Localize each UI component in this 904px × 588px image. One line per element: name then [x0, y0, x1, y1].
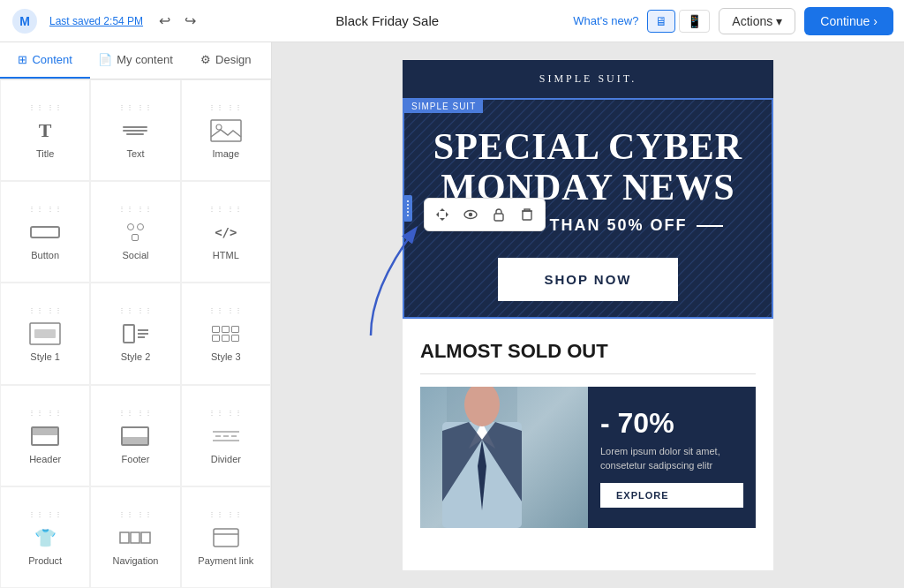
toolbar-lock-button[interactable] — [486, 202, 511, 227]
sold-out-section: ALMOST SOLD OUT — [403, 319, 773, 537]
grid-item-button[interactable]: ⋮⋮ ⋮⋮ Button — [0, 181, 90, 283]
footer-drag-dots: ⋮⋮ ⋮⋮ — [118, 409, 153, 417]
topbar-right-actions: What's new? 🖥 📱 Actions ▾ Continue › — [573, 7, 893, 35]
title-drag-dots: ⋮⋮ ⋮⋮ — [28, 103, 63, 111]
svg-rect-13 — [494, 214, 503, 221]
svg-rect-5 — [34, 329, 56, 338]
product-grid: - 70% Lorem ipsum dolor sit amet, conset… — [420, 387, 756, 528]
style1-icon — [27, 320, 63, 348]
social-drag-dots: ⋮⋮ ⋮⋮ — [118, 205, 153, 213]
email-brand-bar: SIMPLE SUIT. — [403, 60, 773, 98]
grid-item-social[interactable]: ⋮⋮ ⋮⋮ Social — [90, 181, 180, 283]
navigation-icon — [117, 524, 153, 552]
product-icon: 👕 — [27, 524, 63, 552]
toolbar-delete-button[interactable] — [515, 202, 539, 227]
header-drag-dots: ⋮⋮ ⋮⋮ — [28, 409, 63, 417]
undo-button[interactable]: ↩ — [154, 9, 176, 33]
style3-drag-dots: ⋮⋮ ⋮⋮ — [208, 306, 243, 314]
social-icon — [117, 218, 153, 246]
style1-drag-dots: ⋮⋮ ⋮⋮ — [28, 306, 63, 314]
left-panel: ⊞ Content 📄 My content ⚙ Design ⋮⋮ ⋮⋮ T … — [0, 42, 272, 588]
grid-item-header[interactable]: ⋮⋮ ⋮⋮ Header — [0, 385, 90, 486]
design-tab-icon: ⚙ — [200, 53, 211, 66]
shop-now-button[interactable]: SHOP NOW — [498, 258, 677, 301]
style2-label: Style 2 — [121, 351, 151, 362]
button-drag-dots: ⋮⋮ ⋮⋮ — [28, 205, 63, 213]
text-drag-dots: ⋮⋮ ⋮⋮ — [118, 103, 153, 111]
mobile-view-button[interactable]: 📱 — [679, 10, 710, 33]
product-desc-line2: consetetur sadipscing elitr — [600, 459, 743, 472]
main-layout: ⊞ Content 📄 My content ⚙ Design ⋮⋮ ⋮⋮ T … — [0, 42, 904, 588]
grid-item-text[interactable]: ⋮⋮ ⋮⋮ Text — [90, 79, 180, 181]
footer-icon — [117, 422, 153, 450]
style1-label: Style 1 — [30, 351, 60, 362]
grid-item-divider[interactable]: ⋮⋮ ⋮⋮ Divider — [181, 385, 271, 486]
style3-icon — [208, 320, 244, 348]
svg-rect-8 — [141, 532, 150, 543]
grid-item-image[interactable]: ⋮⋮ ⋮⋮ Image — [181, 79, 271, 181]
button-label: Button — [31, 250, 59, 260]
title-label: Title — [36, 148, 54, 159]
document-title: Black Friday Sale — [212, 13, 562, 28]
image-label: Image — [213, 148, 240, 159]
grid-item-style1[interactable]: ⋮⋮ ⋮⋮ Style 1 — [0, 283, 90, 384]
payment-link-label: Payment link — [198, 555, 253, 566]
desktop-view-button[interactable]: 🖥 — [647, 10, 675, 33]
grid-item-title[interactable]: ⋮⋮ ⋮⋮ T Title — [0, 79, 90, 181]
svg-rect-14 — [523, 211, 531, 220]
view-toggle-group: 🖥 📱 — [647, 10, 710, 33]
image-drag-dots: ⋮⋮ ⋮⋮ — [208, 103, 243, 111]
grid-item-footer[interactable]: ⋮⋮ ⋮⋮ Footer — [90, 385, 180, 486]
my-content-tab-label: My content — [117, 53, 173, 66]
whats-new-link[interactable]: What's new? — [573, 14, 638, 27]
tab-my-content[interactable]: 📄 My content — [90, 42, 180, 79]
content-tab-label: Content — [32, 53, 72, 66]
svg-rect-7 — [131, 532, 139, 543]
explore-button[interactable]: EXPLORE — [600, 483, 743, 508]
undo-redo-group: ↩ ↪ — [154, 9, 201, 33]
brand-name-text: SIMPLE SUIT. — [539, 72, 637, 85]
continue-button[interactable]: Continue › — [804, 7, 893, 35]
payment-link-drag-dots: ⋮⋮ ⋮⋮ — [208, 510, 243, 518]
html-drag-dots: ⋮⋮ ⋮⋮ — [208, 205, 243, 213]
grid-item-html[interactable]: ⋮⋮ ⋮⋮ </> HTML — [181, 181, 271, 283]
social-label: Social — [123, 250, 149, 260]
my-content-tab-icon: 📄 — [98, 53, 112, 66]
redo-button[interactable]: ↪ — [179, 9, 201, 33]
left-tabs: ⊞ Content 📄 My content ⚙ Design — [0, 42, 271, 79]
style2-icon — [117, 320, 153, 348]
navigation-drag-dots: ⋮⋮ ⋮⋮ — [118, 510, 153, 518]
product-desc-line1: Lorem ipsum dolor sit amet, — [600, 445, 743, 458]
tab-design[interactable]: ⚙ Design — [181, 42, 271, 79]
actions-button[interactable]: Actions ▾ — [719, 8, 795, 34]
content-grid: ⋮⋮ ⋮⋮ T Title ⋮⋮ ⋮⋮ Text — [0, 79, 271, 588]
header-icon — [27, 422, 63, 450]
header-label: Header — [29, 454, 61, 464]
design-tab-label: Design — [215, 53, 251, 66]
divider-drag-dots: ⋮⋮ ⋮⋮ — [208, 409, 243, 417]
toolbar-move-button[interactable] — [430, 202, 455, 227]
tab-content[interactable]: ⊞ Content — [0, 42, 90, 79]
html-icon: </> — [208, 218, 244, 246]
button-icon — [27, 218, 63, 246]
sold-out-divider — [420, 373, 756, 374]
text-icon — [117, 117, 153, 145]
grid-item-style2[interactable]: ⋮⋮ ⋮⋮ Style 2 — [90, 283, 180, 384]
title-icon: T — [27, 117, 63, 145]
footer-label: Footer — [122, 454, 150, 464]
email-canvas: SIMPLE SUIT. SIMPLE SUIT — [403, 60, 773, 570]
grid-item-product[interactable]: ⋮⋮ ⋮⋮ 👕 Product — [0, 486, 90, 588]
style3-label: Style 3 — [211, 351, 241, 362]
floating-toolbar — [424, 198, 546, 231]
svg-rect-2 — [211, 120, 241, 141]
continue-label: Continue — [820, 14, 870, 28]
svg-point-12 — [469, 213, 472, 216]
grid-item-payment-link[interactable]: ⋮⋮ ⋮⋮ Payment link — [181, 486, 271, 588]
last-saved-link[interactable]: Last saved 2:54 PM — [49, 15, 143, 27]
actions-label: Actions — [732, 14, 772, 28]
grid-item-navigation[interactable]: ⋮⋮ ⋮⋮ Navigation — [90, 486, 180, 588]
discount-value: - 70% — [600, 407, 674, 439]
hero-sub-line-right — [697, 225, 723, 227]
grid-item-style3[interactable]: ⋮⋮ ⋮⋮ Style 3 — [181, 283, 271, 384]
toolbar-visibility-button[interactable] — [458, 202, 483, 227]
